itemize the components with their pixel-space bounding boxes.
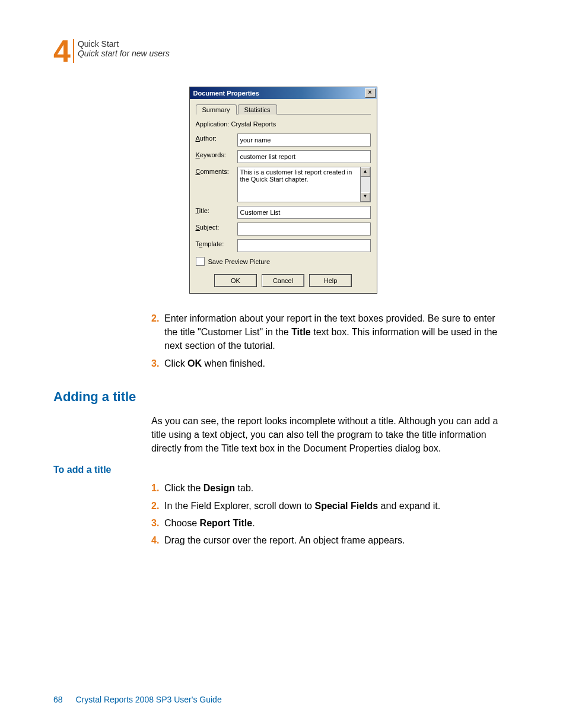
comments-textarea[interactable]: This is a customer list report created i…	[237, 167, 360, 202]
help-button[interactable]: Help	[309, 274, 352, 287]
close-icon[interactable]: ×	[365, 88, 376, 98]
comments-wrap: This is a customer list report created i…	[237, 167, 371, 202]
step-text: Click the Design tab.	[164, 481, 501, 495]
step-text: In the Field Explorer, scroll down to Sp…	[164, 499, 501, 513]
header-divider	[73, 39, 74, 63]
step-number: 1.	[151, 481, 164, 495]
chapter-title: Quick Start	[78, 36, 170, 49]
page: 4 Quick Start Quick start for new users …	[0, 0, 566, 728]
comments-scrollbar[interactable]: ▲ ▼	[360, 167, 371, 202]
list-item: 4. Drag the cursor over the report. An o…	[151, 533, 501, 547]
keywords-row: Keywords:	[196, 150, 371, 163]
dialog-titlebar[interactable]: Document Properties ×	[190, 87, 377, 99]
subject-label: Subject:	[196, 222, 237, 231]
list-item: 1. Click the Design tab.	[151, 481, 501, 495]
dialog-body: Summary Statistics Application: Crystal …	[190, 99, 377, 293]
title-row: Title:	[196, 206, 371, 219]
save-preview-row[interactable]: Save Preview Picture	[196, 257, 371, 266]
application-line: Application: Crystal Reports	[196, 120, 371, 128]
title-input[interactable]	[237, 206, 371, 219]
subject-row: Subject:	[196, 222, 371, 236]
subheading: To add a title	[53, 465, 513, 475]
steps-list: 1. Click the Design tab. 2. In the Field…	[151, 481, 501, 547]
keywords-label: Keywords:	[196, 150, 237, 158]
template-row: Template:	[196, 239, 371, 252]
step-text: Choose Report Title.	[164, 516, 501, 530]
step-number: 2.	[151, 499, 164, 513]
step-number: 3.	[151, 516, 164, 530]
template-label: Template:	[196, 239, 237, 247]
author-label: Author:	[196, 133, 237, 142]
step-number: 2.	[151, 311, 164, 353]
tabs: Summary Statistics	[196, 104, 371, 115]
dialog-title: Document Properties	[193, 90, 365, 97]
step-text: Drag the cursor over the report. An obje…	[164, 533, 501, 547]
step-number: 4.	[151, 533, 164, 547]
title-label: Title:	[196, 206, 237, 214]
chapter-titles: Quick Start Quick start for new users	[78, 36, 170, 58]
document-properties-dialog: Document Properties × Summary Statistics…	[189, 87, 377, 294]
chapter-subtitle: Quick start for new users	[78, 49, 170, 58]
comments-label: Comments:	[196, 167, 237, 175]
application-value: Crystal Reports	[231, 120, 276, 128]
dialog-buttons: OK Cancel Help	[196, 274, 371, 287]
ok-button[interactable]: OK	[214, 274, 257, 287]
list-item: 3. Choose Report Title.	[151, 516, 501, 530]
list-item: 2. In the Field Explorer, scroll down to…	[151, 499, 501, 513]
section-paragraph: As you can see, the report looks incompl…	[151, 414, 501, 456]
keywords-input[interactable]	[237, 150, 371, 163]
chapter-number: 4	[53, 36, 71, 66]
author-input[interactable]	[237, 133, 371, 147]
step-2: 2. Enter information about your report i…	[151, 311, 501, 353]
subject-input[interactable]	[237, 222, 371, 236]
book-title: Crystal Reports 2008 SP3 User's Guide	[75, 695, 221, 704]
step-text: Enter information about your report in t…	[164, 311, 501, 353]
tab-statistics[interactable]: Statistics	[238, 104, 277, 115]
step-number: 3.	[151, 357, 164, 370]
template-input[interactable]	[237, 239, 371, 252]
save-preview-checkbox[interactable]	[196, 257, 205, 266]
section-heading: Adding a title	[53, 389, 513, 405]
chapter-header: 4 Quick Start Quick start for new users	[53, 36, 513, 66]
section-body: As you can see, the report looks incompl…	[151, 414, 501, 456]
comments-row: Comments: This is a customer list report…	[196, 167, 371, 202]
scroll-up-icon[interactable]: ▲	[361, 167, 370, 177]
content: 2. Enter information about your report i…	[151, 311, 501, 370]
save-preview-label: Save Preview Picture	[208, 258, 271, 265]
application-label: Application:	[196, 120, 230, 128]
author-row: Author:	[196, 133, 371, 147]
page-footer: 68 Crystal Reports 2008 SP3 User's Guide	[53, 695, 222, 704]
cancel-button[interactable]: Cancel	[262, 274, 304, 287]
scroll-down-icon[interactable]: ▼	[361, 192, 370, 202]
step-3: 3. Click OK when finished.	[151, 357, 501, 370]
step-text: Click OK when finished.	[164, 357, 501, 370]
page-number: 68	[53, 695, 63, 704]
tab-summary[interactable]: Summary	[196, 104, 237, 115]
